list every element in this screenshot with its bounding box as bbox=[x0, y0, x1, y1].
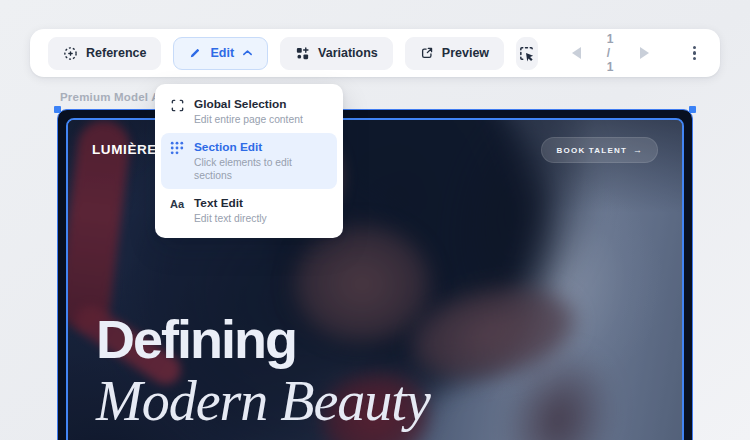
variations-button[interactable]: Variations bbox=[280, 37, 393, 70]
arrow-right-icon: → bbox=[633, 145, 642, 155]
menu-item-global-selection[interactable]: Global Selection Edit entire page conten… bbox=[161, 90, 337, 133]
page-indicator: 1 / 1 bbox=[607, 32, 614, 74]
cursor-select-icon bbox=[518, 45, 535, 62]
hero-heading: Defining Modern Beauty bbox=[96, 312, 430, 431]
select-element-button[interactable] bbox=[516, 37, 538, 70]
menu-item-title: Section Edit bbox=[194, 140, 329, 155]
menu-item-section-edit[interactable]: Section Edit Click elements to edit sect… bbox=[161, 133, 337, 189]
chevron-up-icon bbox=[242, 49, 253, 57]
page-navigation: 1 / 1 bbox=[572, 32, 649, 74]
menu-item-subtitle: Click elements to edit sections bbox=[194, 156, 329, 182]
menu-item-subtitle: Edit entire page content bbox=[194, 113, 303, 126]
variations-label: Variations bbox=[318, 46, 378, 60]
editor-toolbar: Reference Edit Variations bbox=[30, 29, 720, 77]
edit-label: Edit bbox=[210, 46, 234, 60]
next-page-button[interactable] bbox=[640, 47, 649, 59]
reference-button[interactable]: Reference bbox=[48, 37, 161, 70]
menu-item-text-edit[interactable]: Aa Text Edit Edit text directly bbox=[161, 189, 337, 232]
text-edit-aa-icon: Aa bbox=[169, 197, 185, 211]
variations-grid-plus-icon bbox=[295, 46, 310, 61]
menu-item-title: Text Edit bbox=[194, 196, 267, 211]
book-talent-label: BOOK TALENT bbox=[557, 146, 627, 155]
reference-label: Reference bbox=[86, 46, 146, 60]
book-talent-button[interactable]: BOOK TALENT → bbox=[541, 137, 658, 163]
preview-button[interactable]: Preview bbox=[405, 37, 504, 70]
more-options-button[interactable] bbox=[687, 40, 702, 67]
edit-button[interactable]: Edit bbox=[173, 37, 268, 70]
external-link-icon bbox=[420, 46, 434, 60]
hero-heading-line1: Defining bbox=[96, 312, 430, 366]
selection-handle-top-right[interactable] bbox=[689, 106, 696, 113]
section-edit-dots-icon bbox=[169, 141, 185, 155]
site-logo-primary: LUMIÈRE bbox=[92, 142, 157, 157]
previous-page-button[interactable] bbox=[572, 47, 581, 59]
pencil-icon bbox=[188, 46, 202, 60]
menu-item-subtitle: Edit text directly bbox=[194, 212, 267, 225]
preview-label: Preview bbox=[442, 46, 489, 60]
reference-target-icon bbox=[63, 46, 78, 61]
edit-mode-dropdown: Global Selection Edit entire page conten… bbox=[155, 84, 343, 238]
global-selection-icon bbox=[169, 98, 185, 113]
selection-handle-top-left[interactable] bbox=[54, 106, 61, 113]
menu-item-title: Global Selection bbox=[194, 97, 303, 112]
hero-heading-line2: Modern Beauty bbox=[96, 372, 430, 431]
website-preview-frame[interactable]: LUMIÈRE Mgmt. BOOK TALENT → Defining Mod… bbox=[57, 109, 693, 440]
